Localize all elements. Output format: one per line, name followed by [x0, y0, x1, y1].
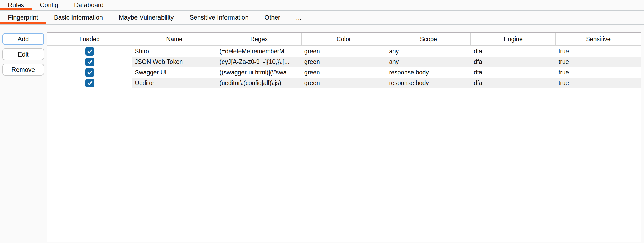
regex-cell: (ueditor\.(config|all)\.js) [217, 78, 302, 88]
table-body: Shiro (=deleteMe|rememberM... green any … [47, 46, 641, 88]
tab-databoard-label: Databoard [74, 1, 104, 9]
regex-cell: ((swagger-ui.html)|(\"swa... [217, 67, 302, 78]
tab-config[interactable]: Config [32, 0, 66, 10]
check-icon [87, 80, 93, 86]
column-header-name[interactable]: Name [132, 33, 217, 45]
scope-cell: any [386, 46, 471, 57]
color-cell: green [302, 46, 386, 57]
name-cell: Shiro [132, 46, 217, 57]
scope-cell: any [386, 57, 471, 67]
subtab-more-label: ... [296, 14, 301, 21]
sensitive-cell: true [556, 46, 641, 57]
table-row[interactable]: Ueditor (ueditor\.(config|all)\.js) gree… [47, 78, 641, 88]
name-cell: JSON Web Token [132, 57, 217, 67]
scope-cell: response body [386, 67, 471, 78]
table-row[interactable]: JSON Web Token (eyJ[A-Za-z0-9_-]{10,}\.[… [47, 57, 641, 67]
loaded-cell [47, 46, 132, 57]
loaded-cell [47, 57, 132, 67]
main-tab-bar: Rules Config Databoard [0, 0, 644, 11]
loaded-cell [47, 78, 132, 88]
regex-cell: (=deleteMe|rememberM... [217, 46, 302, 57]
check-icon [87, 59, 93, 65]
add-button[interactable]: Add [2, 33, 44, 45]
rules-content: Add Edit Remove Loaded Name Regex Color … [0, 25, 644, 242]
tab-rules[interactable]: Rules [0, 0, 32, 10]
loaded-checkbox[interactable] [85, 68, 94, 77]
subtab-fingerprint-label: Fingerprint [8, 14, 38, 21]
table-row[interactable]: Swagger UI ((swagger-ui.html)|(\"swa... … [47, 67, 641, 78]
tab-config-label: Config [40, 1, 58, 9]
sub-tab-bar: Fingerprint Basic Information Maybe Vuln… [0, 11, 644, 25]
sensitive-cell: true [556, 78, 641, 88]
check-icon [87, 69, 93, 75]
subtab-basic-information-label: Basic Information [54, 14, 103, 21]
remove-button[interactable]: Remove [2, 64, 44, 76]
name-cell: Ueditor [132, 78, 217, 88]
engine-cell: dfa [471, 78, 556, 88]
sensitive-cell: true [556, 57, 641, 67]
loaded-checkbox[interactable] [85, 79, 94, 87]
subtab-sensitive-information[interactable]: Sensitive Information [182, 11, 257, 24]
loaded-cell [47, 67, 132, 78]
engine-cell: dfa [471, 67, 556, 78]
check-icon [87, 48, 93, 54]
color-cell: green [302, 57, 386, 67]
subtab-fingerprint[interactable]: Fingerprint [0, 11, 46, 24]
loaded-checkbox[interactable] [85, 58, 94, 66]
column-header-engine[interactable]: Engine [471, 33, 556, 45]
loaded-checkbox[interactable] [85, 47, 94, 56]
edit-button[interactable]: Edit [2, 48, 44, 60]
subtab-basic-information[interactable]: Basic Information [46, 11, 111, 24]
column-header-loaded[interactable]: Loaded [47, 33, 132, 45]
tab-databoard[interactable]: Databoard [66, 0, 112, 10]
table-header-row: Loaded Name Regex Color Scope Engine Sen… [47, 33, 641, 46]
tab-rules-label: Rules [8, 1, 24, 9]
subtab-other-label: Other [265, 14, 280, 21]
sensitive-cell: true [556, 67, 641, 78]
subtab-maybe-vulnerability-label: Maybe Vulnerability [119, 14, 174, 21]
subtab-more[interactable]: ... [288, 11, 309, 24]
column-header-sensitive[interactable]: Sensitive [556, 33, 641, 45]
fingerprint-rules-table: Loaded Name Regex Color Scope Engine Sen… [47, 32, 641, 242]
column-header-color[interactable]: Color [302, 33, 386, 45]
color-cell: green [302, 78, 386, 88]
subtab-other[interactable]: Other [257, 11, 288, 24]
color-cell: green [302, 67, 386, 78]
engine-cell: dfa [471, 46, 556, 57]
scope-cell: response body [386, 78, 471, 88]
name-cell: Swagger UI [132, 67, 217, 78]
subtab-maybe-vulnerability[interactable]: Maybe Vulnerability [111, 11, 182, 24]
engine-cell: dfa [471, 57, 556, 67]
regex-cell: (eyJ[A-Za-z0-9_-]{10,}\.[... [217, 57, 302, 67]
column-header-scope[interactable]: Scope [386, 33, 471, 45]
rule-actions-sidebar: Add Edit Remove [0, 25, 47, 242]
subtab-sensitive-information-label: Sensitive Information [190, 14, 249, 21]
column-header-regex[interactable]: Regex [217, 33, 302, 45]
table-row[interactable]: Shiro (=deleteMe|rememberM... green any … [47, 46, 641, 57]
